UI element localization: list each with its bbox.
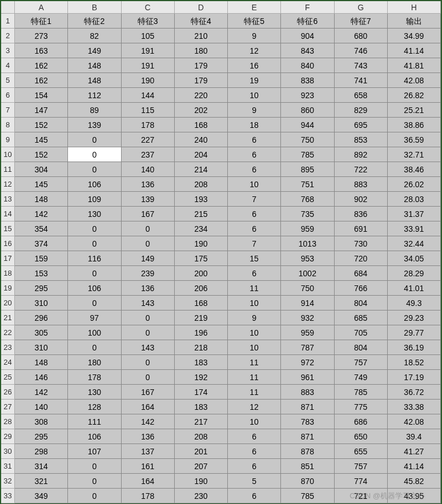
cell[interactable]: 29.23 <box>388 311 441 325</box>
cell[interactable]: 878 <box>281 444 334 459</box>
cell[interactable]: 41.14 <box>388 43 441 58</box>
cell[interactable]: 161 <box>122 459 175 474</box>
cell[interactable]: 851 <box>281 459 334 474</box>
cell[interactable]: 33.91 <box>388 221 441 236</box>
cell[interactable]: 130 <box>68 207 121 221</box>
cell[interactable]: 38.86 <box>388 118 441 132</box>
cell[interactable]: 892 <box>335 147 388 162</box>
cell[interactable]: 751 <box>281 177 334 192</box>
cell[interactable]: 41.14 <box>388 459 441 474</box>
cell[interactable]: 923 <box>281 88 334 103</box>
cell[interactable]: 843 <box>281 43 334 58</box>
cell[interactable]: 746 <box>335 43 388 58</box>
cell[interactable]: 97 <box>68 311 121 325</box>
cell[interactable]: 655 <box>335 444 388 459</box>
cell[interactable]: 310 <box>15 340 68 355</box>
spreadsheet-grid[interactable]: ABCDEFGH1特征1特征2特征3特征4特征5特征6特征7输出22738210… <box>0 0 442 504</box>
cell[interactable]: 0 <box>68 489 121 503</box>
cell[interactable]: 768 <box>281 192 334 207</box>
cell[interactable]: 684 <box>335 266 388 281</box>
cell[interactable]: 0 <box>68 459 121 474</box>
cell[interactable]: 15 <box>228 251 281 266</box>
cell[interactable]: 959 <box>281 325 334 340</box>
cell[interactable]: 650 <box>335 429 388 444</box>
cell[interactable]: 148 <box>68 73 121 88</box>
cell[interactable]: 239 <box>122 266 175 281</box>
cell[interactable]: 783 <box>281 414 334 429</box>
cell[interactable]: 167 <box>122 207 175 221</box>
cell[interactable]: 42.08 <box>388 73 441 88</box>
cell[interactable]: 234 <box>175 221 228 236</box>
row-header-16[interactable]: 16 <box>1 236 15 251</box>
cell[interactable]: 26.82 <box>388 88 441 103</box>
cell[interactable]: 6 <box>228 459 281 474</box>
cell[interactable]: 0 <box>122 370 175 385</box>
cell[interactable]: 148 <box>15 192 68 207</box>
cell[interactable]: 6 <box>228 429 281 444</box>
cell[interactable]: 143 <box>122 340 175 355</box>
cell[interactable]: 0 <box>68 221 121 236</box>
cell[interactable]: 149 <box>68 43 121 58</box>
row-header-9[interactable]: 9 <box>1 132 15 147</box>
cell[interactable]: 0 <box>68 132 121 147</box>
cell[interactable]: 107 <box>68 444 121 459</box>
row-header-4[interactable]: 4 <box>1 58 15 73</box>
cell[interactable]: 208 <box>175 429 228 444</box>
cell[interactable]: 38.46 <box>388 162 441 177</box>
cell[interactable]: 162 <box>15 58 68 73</box>
cell[interactable]: 6 <box>228 489 281 503</box>
cell[interactable]: 217 <box>175 414 228 429</box>
cell[interactable]: 10 <box>228 340 281 355</box>
cell[interactable]: 111 <box>68 414 121 429</box>
cell[interactable]: 100 <box>68 325 121 340</box>
cell[interactable]: 691 <box>335 221 388 236</box>
cell[interactable]: 12 <box>228 43 281 58</box>
cell[interactable]: 944 <box>281 118 334 132</box>
cell[interactable]: 722 <box>335 162 388 177</box>
cell[interactable]: 190 <box>175 474 228 489</box>
cell[interactable]: 680 <box>335 29 388 43</box>
cell[interactable]: 18.52 <box>388 355 441 370</box>
cell[interactable]: 904 <box>281 29 334 43</box>
cell[interactable]: 特征3 <box>122 14 175 29</box>
cell[interactable]: 183 <box>175 400 228 414</box>
cell[interactable]: 147 <box>15 103 68 118</box>
cell[interactable]: 705 <box>335 325 388 340</box>
cell[interactable]: 139 <box>68 118 121 132</box>
row-header-20[interactable]: 20 <box>1 296 15 311</box>
cell[interactable]: 295 <box>15 281 68 296</box>
cell[interactable]: 178 <box>122 118 175 132</box>
cell[interactable]: 168 <box>175 296 228 311</box>
cell[interactable]: 305 <box>15 325 68 340</box>
cell[interactable]: 757 <box>335 355 388 370</box>
active-cell[interactable]: 0 <box>68 147 121 162</box>
cell[interactable]: 10 <box>228 177 281 192</box>
row-header-10[interactable]: 10 <box>1 147 15 162</box>
row-header-21[interactable]: 21 <box>1 311 15 325</box>
cell[interactable]: 128 <box>68 400 121 414</box>
cell[interactable]: 41.01 <box>388 281 441 296</box>
cell[interactable]: 932 <box>281 311 334 325</box>
cell[interactable]: 25.21 <box>388 103 441 118</box>
cell[interactable]: 7 <box>228 192 281 207</box>
cell[interactable]: 137 <box>122 444 175 459</box>
cell[interactable]: 787 <box>281 340 334 355</box>
cell[interactable]: 178 <box>122 489 175 503</box>
cell[interactable]: 829 <box>335 103 388 118</box>
cell[interactable]: 106 <box>68 429 121 444</box>
cell[interactable]: 374 <box>15 236 68 251</box>
cell[interactable]: 109 <box>68 192 121 207</box>
cell[interactable]: 210 <box>175 29 228 43</box>
cell[interactable]: 191 <box>122 58 175 73</box>
column-header-E[interactable]: E <box>228 1 281 14</box>
cell[interactable]: 804 <box>335 296 388 311</box>
cell[interactable]: 159 <box>15 251 68 266</box>
cell[interactable]: 0 <box>122 325 175 340</box>
cell[interactable]: 148 <box>15 355 68 370</box>
cell[interactable]: 179 <box>175 73 228 88</box>
cell[interactable]: 19 <box>228 73 281 88</box>
cell[interactable]: 836 <box>335 207 388 221</box>
cell[interactable]: 输出 <box>388 14 441 29</box>
cell[interactable]: 202 <box>175 103 228 118</box>
cell[interactable]: 730 <box>335 236 388 251</box>
